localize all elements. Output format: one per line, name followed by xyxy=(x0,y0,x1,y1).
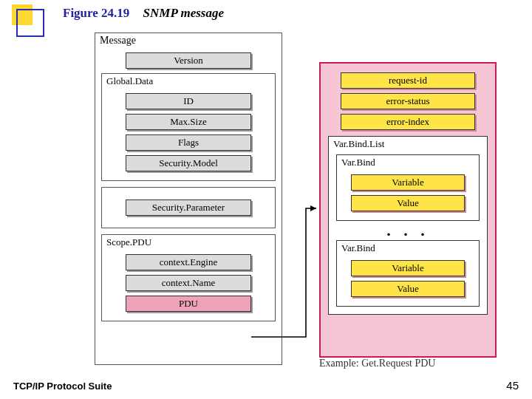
field-variable: Variable xyxy=(351,260,465,276)
scope-pdu-title: Scope.PDU xyxy=(102,236,275,250)
field-variable: Variable xyxy=(351,174,465,191)
field-value: Value xyxy=(351,195,465,211)
message-title: Message xyxy=(95,33,282,48)
figure-title: Figure 24.19 SNMP message xyxy=(63,6,224,21)
figure-label: SNMP message xyxy=(143,6,224,20)
field-secparam: Security.Parameter xyxy=(126,200,251,216)
scope-pdu-panel: Scope.PDU context.Engine context.Name PD… xyxy=(101,234,276,321)
security-param-panel: Security.Parameter xyxy=(101,187,276,228)
varbind-list-title: Var.Bind.List xyxy=(329,138,487,151)
field-secmodel: Security.Model xyxy=(126,155,251,171)
field-ctxname: context.Name xyxy=(126,275,251,291)
ellipsis-icon: . . . xyxy=(329,224,487,237)
varbind-item: Var.Bind Variable Value xyxy=(336,240,480,307)
field-value: Value xyxy=(351,281,465,297)
field-error-status: error-status xyxy=(341,93,475,109)
message-panel: Message Version Global.Data ID Max.Size … xyxy=(95,33,282,365)
varbind-label: Var.Bind xyxy=(337,242,479,256)
global-data-title: Global.Data xyxy=(102,75,275,89)
varbind-item: Var.Bind Variable Value xyxy=(336,154,480,221)
field-request-id: request-id xyxy=(341,72,475,89)
pdu-example-caption: Example: Get.Request PDU xyxy=(319,358,435,369)
field-error-index: error-index xyxy=(341,114,475,130)
footer-suite: TCP/IP Protocol Suite xyxy=(13,381,112,392)
field-flags: Flags xyxy=(126,134,251,151)
field-version: Version xyxy=(126,52,251,69)
field-id: ID xyxy=(126,93,251,109)
field-pdu: PDU xyxy=(126,296,251,312)
varbind-label: Var.Bind xyxy=(337,157,479,170)
field-maxsize: Max.Size xyxy=(126,114,251,130)
figure-number: Figure 24.19 xyxy=(63,6,129,20)
svg-marker-0 xyxy=(310,205,316,211)
global-data-panel: Global.Data ID Max.Size Flags Security.M… xyxy=(101,73,276,181)
field-ctxengine: context.Engine xyxy=(126,254,251,270)
page-number: 45 xyxy=(506,379,519,392)
slide-logo xyxy=(12,4,46,38)
varbind-list-panel: Var.Bind.List Var.Bind Variable Value . … xyxy=(328,136,488,315)
pdu-expansion-panel: request-id error-status error-index Var.… xyxy=(319,62,497,358)
